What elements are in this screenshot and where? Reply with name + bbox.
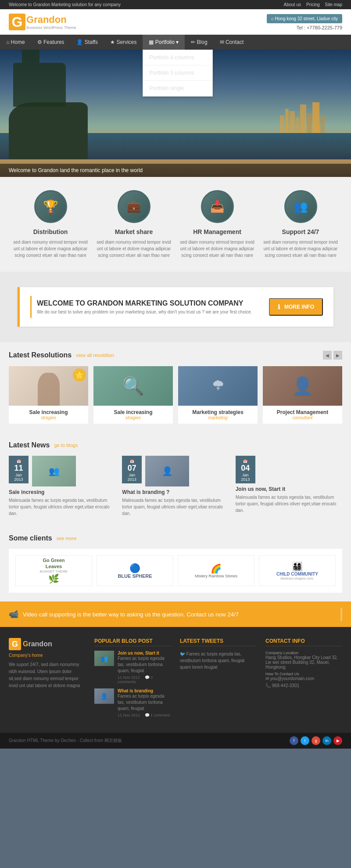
portfolio-single[interactable]: Portfolio single <box>143 81 212 96</box>
feature-distribution: Distribution sed diam nonumy eirmod temp… <box>9 190 92 259</box>
resolution-sub-1: stragies <box>12 415 85 420</box>
date-badge-inner-3: 📅 04 Jan 2013 <box>236 456 255 483</box>
client-logo-2: 🔵 BLUE SPHERE <box>97 555 173 586</box>
hero-buildings <box>280 102 325 133</box>
portfolio-4col[interactable]: Portfolio 4 columns <box>143 50 212 65</box>
news-title-3[interactable]: Join us now, Start it <box>236 486 342 492</box>
tweets-title: LATEST TWEETS <box>180 638 257 646</box>
logo[interactable]: G Grandon Business WordPress Theme <box>9 14 76 30</box>
calendar-icon-2: 📅 <box>130 459 134 463</box>
client-2-name: BLUE SPHERE <box>118 573 152 579</box>
linkedin-icon[interactable]: in <box>322 736 331 745</box>
resolution-name-3: Marketing strategies <box>182 409 254 415</box>
youtube-icon[interactable]: ▶ <box>333 736 342 745</box>
pricing-link[interactable]: Pricing <box>306 2 320 7</box>
prev-arrow[interactable]: ◀ <box>323 351 332 360</box>
main-nav: ⌂ Home ⚙ Features 👤 Staffs ★ Services ▦ … <box>0 35 351 50</box>
logo-name: Grandon <box>26 14 67 25</box>
company-location-label: Company Location <box>265 651 342 655</box>
hero-caption: Welcome to Grandon land the romantic pla… <box>0 164 351 177</box>
footer-company: G Grandon Company's home We suport 24/7,… <box>9 638 86 722</box>
nav-staffs[interactable]: 👤 Staffs <box>70 35 104 50</box>
resolutions-link[interactable]: view all resoldtion <box>76 353 114 358</box>
popular-post-1-date: 11 Nov 2012 💬 3 comments <box>118 675 171 684</box>
client-3-name: Mistery Rainbow Stones <box>195 574 237 578</box>
nav-portfolio[interactable]: ▦ Portfolio ▾ Portfolio 4 columns Portfo… <box>143 35 185 50</box>
twitter-icon-bottom[interactable]: t <box>301 736 309 745</box>
news-desc-2: Malesuada fames ac turpis egesda tas, ve… <box>122 497 229 517</box>
support-title: Support 24/7 <box>263 228 338 235</box>
resolution-info-2: Sale increasing stragies <box>93 406 173 424</box>
news-image-row-3: 📅 04 Jan 2013 <box>236 456 342 483</box>
bottom-banner-text: Video call supporting is the better way … <box>23 611 239 618</box>
sphere-icon: 🔵 <box>118 563 152 573</box>
hr-desc: sed diam nonumy eirmod tempor invid unt … <box>180 239 254 259</box>
tweet-1: 🐦 Fames ac turpis egesda tas, vestibulum… <box>180 651 257 670</box>
about-link[interactable]: About us <box>283 2 301 7</box>
top-links: About us Pricing Site map <box>283 2 342 7</box>
address-button[interactable]: Hong kong 32 street, Lladue city <box>267 14 342 23</box>
resolution-img-1: ⭐ <box>9 366 88 406</box>
date-badge-2: 📅 07 Jan 2013 <box>122 456 142 483</box>
google-icon[interactable]: g <box>312 736 320 745</box>
comment-icon-1: 💬 <box>145 675 150 680</box>
facebook-icon[interactable]: f <box>290 736 298 745</box>
popular-post-1-title[interactable]: Join us now, Start it <box>118 651 171 656</box>
news-thumb-1: 👥 <box>32 456 76 486</box>
footer: G Grandon Company's home We suport 24/7,… <box>0 627 351 733</box>
nav-home[interactable]: ⌂ Home <box>0 35 31 50</box>
rainbow-icon: 🌈 <box>195 563 237 574</box>
resolution-item-4[interactable]: 👤 Project Management consultant <box>263 366 342 424</box>
news-section: Latest News go to blogs 📅 11 Jan 2013 👥 … <box>0 432 351 526</box>
news-grid: 📅 11 Jan 2013 👥 Sale incresing Malesuada… <box>9 456 342 517</box>
date-badge-inner-1: 📅 11 Jan 2013 <box>9 456 29 483</box>
next-arrow[interactable]: ▶ <box>333 351 342 360</box>
news-image-row-1: 📅 11 Jan 2013 👥 <box>9 456 115 486</box>
contact-us-label: How To Contact Us <box>265 672 342 676</box>
bottom-banner: 📹 Video call supporting is the better wa… <box>0 601 351 627</box>
clients-title: Some clients <box>9 534 52 542</box>
more-info-button[interactable]: MORE INFO <box>269 298 323 316</box>
distribution-title: Distribution <box>13 228 88 235</box>
popular-post-2-desc: Fames ac turpis egesda tas, vestibulum t… <box>118 693 171 712</box>
clients-grid: Go GreenLeaves BUDGET THEME 🌿 🔵 BLUE SPH… <box>9 549 342 593</box>
resolutions-nav: ◀ ▶ <box>323 351 342 360</box>
tel-number: Tel : +7780-2225-779 <box>267 25 342 30</box>
portrait-icon: 👤 <box>263 366 342 406</box>
nav-features[interactable]: ⚙ Features <box>31 35 71 50</box>
news-link[interactable]: go to blogs <box>54 443 78 448</box>
news-image-row-2: 📅 07 Jan 2013 👤 <box>122 456 229 486</box>
email-icon: ✉ <box>265 676 269 681</box>
resolutions-section: Latest Resolutions view all resoldtion ◀… <box>0 342 351 432</box>
calendar-icon-1: 📅 <box>17 459 21 463</box>
resolution-info-1: Sale increasing stragies <box>9 406 88 424</box>
company-location: Hang Studios, Hongkar City Load 32, Lie … <box>265 655 342 670</box>
nav-contact[interactable]: ✉ Contact <box>214 35 250 50</box>
client-logo-1: Go GreenLeaves BUDGET THEME 🌿 <box>15 555 92 586</box>
clients-link[interactable]: see more <box>57 536 77 541</box>
video-icon: 📹 <box>9 609 18 619</box>
nav-blog[interactable]: ✏ Blog <box>185 35 213 50</box>
comment-icon-2: 💬 <box>145 713 150 717</box>
resolution-item-1[interactable]: ⭐ Sale increasing stragies <box>9 366 88 424</box>
support-desc: sed diam nonumy eirmod tempor invid unt … <box>263 239 338 259</box>
header-right: Hong kong 32 street, Lladue city Tel : +… <box>267 14 342 30</box>
news-title-2[interactable]: What is branding ? <box>122 489 229 495</box>
client-logo-4: 👨‍👩‍👧‍👦 CHILD COMMUNITY Abstract shapes … <box>259 555 336 586</box>
phone: 📞 968-442-3301 <box>265 683 342 688</box>
hr-title: HR Management <box>180 228 254 235</box>
resolution-img-4: 👤 <box>263 366 342 406</box>
welcome-text-block: WELCOME TO GRANDON MARKETING SOLUTION CO… <box>37 299 252 314</box>
support-icon <box>294 200 308 213</box>
footer-logo-name: Grandon <box>23 640 52 648</box>
sitemap-link[interactable]: Site map <box>325 2 342 7</box>
popular-post-2-title[interactable]: What is branding <box>118 688 171 693</box>
nav-services[interactable]: ★ Services <box>104 35 143 50</box>
welcome-banner-wrapper: WELCOME TO GRANDON MARKETING SOLUTION CO… <box>0 272 351 342</box>
news-title-1[interactable]: Sale incresing <box>9 489 115 495</box>
resolution-item-2[interactable]: 🔍 Sale increasing stragies <box>93 366 173 424</box>
market-desc: sed diam nonumy eirmod tempor invid unt … <box>97 239 171 259</box>
portfolio-3col[interactable]: Portfolio 3 columns <box>143 65 212 81</box>
resolution-item-3[interactable]: 🌩 Marketing strategies marketing <box>178 366 258 424</box>
news-item-2: 📅 07 Jan 2013 👤 What is branding ? Males… <box>122 456 229 517</box>
